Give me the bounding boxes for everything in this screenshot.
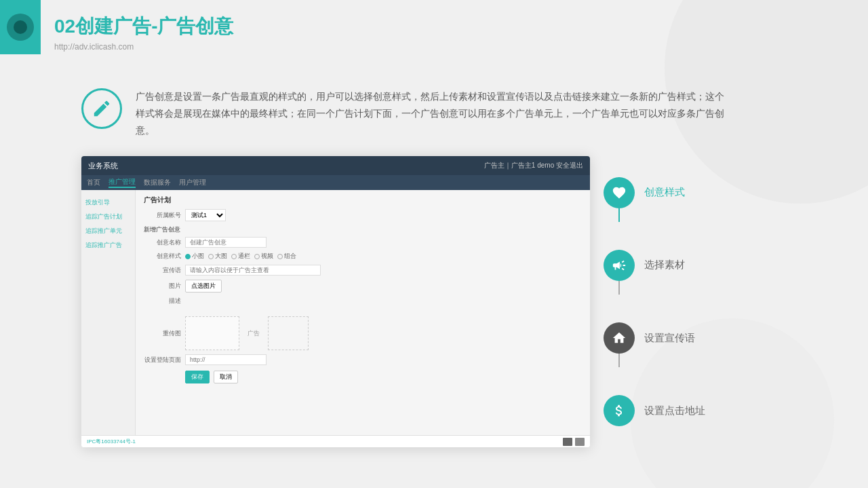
url-row: 设置登陆页面 bbox=[144, 354, 582, 365]
material-btn[interactable]: 点选图片 bbox=[185, 280, 222, 293]
step-1-label: 创意样式 bbox=[644, 186, 685, 199]
main-content: 业务系统 广告主｜广告主1 demo 安全退出 首页 推广管理 数据服务 用户管… bbox=[81, 156, 787, 447]
format-banner[interactable]: 通栏 bbox=[231, 252, 250, 261]
save-button[interactable]: 保存 bbox=[185, 371, 210, 383]
connector-2 bbox=[618, 281, 620, 295]
format-row: 创意样式 小图 大图 通栏 bbox=[144, 252, 582, 261]
step-2-label: 选择素材 bbox=[644, 259, 685, 271]
step-1-circle bbox=[604, 177, 635, 208]
nav-ad-management[interactable]: 推广管理 bbox=[108, 177, 136, 188]
page-title: 02创建广告-广告创意 bbox=[54, 14, 233, 39]
browser-form: 广告计划 所属帐号 测试1 新增广告创意 创意名称 创意样式 bbox=[136, 190, 590, 435]
format-combo[interactable]: 组合 bbox=[277, 252, 296, 261]
footer-icp[interactable]: IPC粤16033744号-1 bbox=[87, 438, 136, 445]
subsection-title: 新增广告创意 bbox=[144, 225, 582, 234]
heart-icon bbox=[612, 185, 627, 200]
url-label: 设置登陆页面 bbox=[144, 356, 181, 364]
browser-title-right: 广告主｜广告主1 demo 安全退出 bbox=[484, 161, 583, 170]
cancel-button[interactable]: 取消 bbox=[214, 371, 238, 383]
step-1-container: 创意样式 bbox=[604, 177, 773, 222]
logo-inner bbox=[14, 20, 27, 34]
desc-icon bbox=[81, 88, 122, 129]
account-row: 所属帐号 测试1 bbox=[144, 209, 582, 221]
name-input[interactable] bbox=[185, 237, 267, 248]
step-2: 选择素材 bbox=[604, 250, 773, 281]
preview-arrow: 广告 bbox=[248, 329, 260, 338]
browser-sidebar: 投放引导 追踪广告计划 追踪推广单元 追踪推广广告 bbox=[81, 190, 136, 435]
desc-input[interactable] bbox=[185, 265, 321, 276]
name-label: 创意名称 bbox=[144, 238, 181, 247]
footer-icon-1 bbox=[563, 438, 572, 446]
connector-3 bbox=[618, 354, 620, 367]
logo-circle bbox=[7, 14, 34, 41]
browser-body: 投放引导 追踪广告计划 追踪推广单元 追踪推广广告 广告计划 所属帐号 测试1 … bbox=[81, 190, 590, 435]
page-header: 02创建广告-广告创意 http://adv.iclicash.com bbox=[54, 14, 233, 52]
format-label: 创意样式 bbox=[144, 252, 181, 261]
material-label: 图片 bbox=[144, 282, 181, 290]
step-3-container: 设置宣传语 bbox=[604, 322, 773, 367]
name-row: 创意名称 bbox=[144, 237, 582, 248]
browser-titlebar: 业务系统 广告主｜广告主1 demo 安全退出 bbox=[81, 156, 590, 175]
logo-area bbox=[0, 0, 41, 54]
user-info: 广告主｜广告主1 demo 安全退出 bbox=[484, 161, 583, 170]
step-2-container: 选择素材 bbox=[604, 250, 773, 295]
step-3-label: 设置宣传语 bbox=[644, 332, 695, 345]
connector-1 bbox=[618, 208, 620, 222]
action-row: 保存 取消 bbox=[144, 371, 582, 383]
url-input[interactable] bbox=[185, 354, 267, 365]
browser-navbar: 首页 推广管理 数据服务 用户管理 bbox=[81, 175, 590, 190]
step-1: 创意样式 bbox=[604, 177, 773, 208]
section-title: 广告计划 bbox=[144, 195, 582, 205]
step-3: 设置宣传语 bbox=[604, 322, 773, 354]
step-4-label: 设置点击地址 bbox=[644, 405, 705, 417]
header-url: http://adv.iclicash.com bbox=[54, 42, 233, 52]
spacer bbox=[144, 309, 582, 316]
steps-panel: 创意样式 选择素材 bbox=[590, 156, 787, 447]
radio-dot-banner bbox=[231, 254, 237, 259]
description-text: 广告创意是设置一条广告最直观的样式的，用户可以选择创意样式，然后上传素材和设置宣… bbox=[136, 88, 732, 140]
browser-footer: IPC粤16033744号-1 bbox=[81, 435, 590, 447]
account-select[interactable]: 测试1 bbox=[185, 209, 226, 221]
title-prefix: 02创建广告 bbox=[54, 16, 151, 37]
sidebar-item-creative[interactable]: 追踪推广广告 bbox=[85, 238, 131, 252]
format-radio-group: 小图 大图 通栏 视频 bbox=[185, 252, 296, 261]
account-label: 所属帐号 bbox=[144, 211, 181, 220]
sidebar-item-unit[interactable]: 追踪推广单元 bbox=[85, 224, 131, 238]
nav-data-service[interactable]: 数据服务 bbox=[144, 178, 171, 187]
preview-area bbox=[268, 316, 309, 350]
upload-label: 重传图 bbox=[144, 329, 181, 338]
footer-icons bbox=[563, 438, 585, 446]
desc2-label: 描述 bbox=[144, 297, 181, 305]
nav-home[interactable]: 首页 bbox=[87, 178, 100, 187]
step-4-circle bbox=[604, 395, 635, 426]
format-large[interactable]: 大图 bbox=[208, 252, 227, 261]
step-2-circle bbox=[604, 250, 635, 281]
footer-icon-2 bbox=[575, 438, 585, 446]
sidebar-item-plan[interactable]: 追踪广告计划 bbox=[85, 210, 131, 224]
radio-dot-combo bbox=[277, 254, 283, 259]
description-area: 广告创意是设置一条广告最直观的样式的，用户可以选择创意样式，然后上传素材和设置宣… bbox=[81, 88, 732, 140]
browser-title: 业务系统 bbox=[88, 161, 118, 171]
desc-label: 宣传语 bbox=[144, 266, 181, 275]
material-row: 图片 点选图片 bbox=[144, 280, 582, 293]
desc2-row: 描述 bbox=[144, 297, 582, 305]
edit-icon bbox=[92, 98, 112, 119]
radio-dot-video bbox=[254, 254, 260, 259]
desc-row: 宣传语 bbox=[144, 265, 582, 276]
title-suffix: -广告创意 bbox=[151, 16, 233, 37]
sidebar-item-guide[interactable]: 投放引导 bbox=[85, 195, 131, 210]
browser-mockup: 业务系统 广告主｜广告主1 demo 安全退出 首页 推广管理 数据服务 用户管… bbox=[81, 156, 590, 447]
radio-dot-large bbox=[208, 254, 214, 259]
format-video[interactable]: 视频 bbox=[254, 252, 273, 261]
dollar-icon bbox=[612, 403, 627, 418]
format-small[interactable]: 小图 bbox=[185, 252, 204, 261]
nav-user-management[interactable]: 用户管理 bbox=[179, 178, 206, 187]
home-icon bbox=[612, 331, 627, 345]
megaphone-icon bbox=[612, 258, 627, 273]
radio-dot-small bbox=[185, 254, 191, 259]
step-3-circle bbox=[604, 322, 635, 354]
upload-preview-row: 重传图 广告 bbox=[144, 316, 582, 350]
upload-area[interactable] bbox=[185, 316, 239, 350]
step-4: 设置点击地址 bbox=[604, 395, 773, 426]
